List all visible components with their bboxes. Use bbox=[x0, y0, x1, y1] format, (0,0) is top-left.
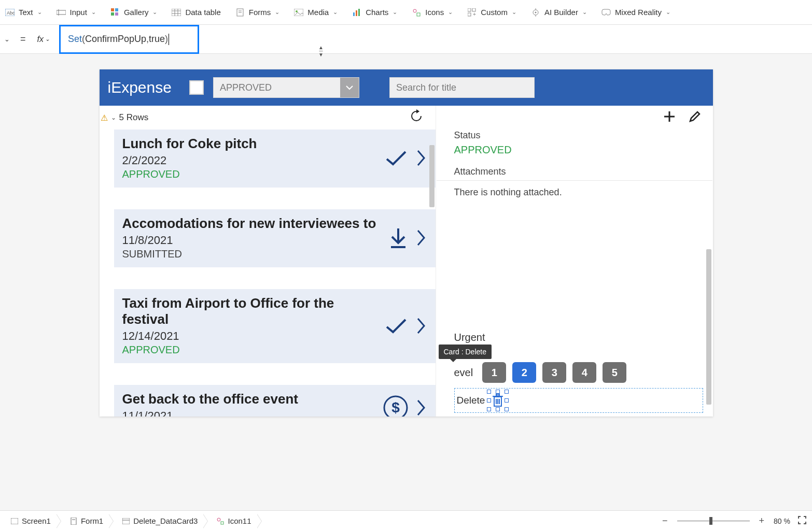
status-filter-dropdown[interactable]: APPROVED bbox=[213, 77, 359, 98]
refresh-icon[interactable] bbox=[410, 109, 423, 126]
check-icon[interactable] bbox=[384, 317, 409, 335]
chevron-down-icon[interactable] bbox=[340, 78, 359, 97]
delete-datacard[interactable]: Delete bbox=[454, 388, 703, 413]
ribbon-label: Text bbox=[19, 8, 33, 17]
scrollbar-thumb[interactable] bbox=[429, 145, 435, 207]
level-button-3[interactable]: 3 bbox=[542, 362, 566, 383]
level-button-2[interactable]: 2 bbox=[512, 362, 536, 383]
form-icon bbox=[69, 517, 78, 525]
breadcrumb-screen[interactable]: Screen1 bbox=[5, 514, 57, 528]
ribbon-gallery[interactable]: Gallery ⌄ bbox=[110, 8, 158, 17]
ribbon-label: Icons bbox=[425, 8, 444, 17]
level-row: Card : Delete evel 1 2 3 4 5 bbox=[454, 362, 705, 383]
ribbon-media[interactable]: Media ⌄ bbox=[294, 8, 338, 17]
fullscreen-icon[interactable] bbox=[797, 515, 807, 526]
card-date: 11/8/2021 bbox=[122, 234, 388, 247]
property-dropdown[interactable]: ⌄ bbox=[3, 33, 11, 45]
level-button-5[interactable]: 5 bbox=[603, 362, 626, 383]
ribbon-label: Media bbox=[307, 8, 329, 17]
crumb-label: Delete_DataCard3 bbox=[133, 516, 198, 525]
zoom-slider[interactable] bbox=[677, 520, 750, 522]
zoom-in-button[interactable]: + bbox=[757, 515, 767, 526]
detail-actions bbox=[436, 106, 713, 130]
svg-rect-43 bbox=[11, 518, 18, 524]
formula-arg2: true bbox=[149, 34, 165, 45]
dollar-icon[interactable]: $ bbox=[383, 395, 409, 417]
chevron-down-icon: ⌄ bbox=[512, 9, 516, 16]
chevron-right-icon[interactable] bbox=[416, 228, 426, 247]
gallery-icon bbox=[110, 8, 120, 17]
fx-label[interactable]: fx⌄ bbox=[35, 35, 52, 44]
ribbon-custom[interactable]: + Custom ⌄ bbox=[467, 8, 516, 17]
input-icon bbox=[57, 8, 66, 17]
list-gallery[interactable]: Lunch for Coke pitch 2/2/2022 APPROVED A… bbox=[100, 130, 436, 417]
chevron-down-icon: ⌄ bbox=[91, 9, 96, 16]
add-icon[interactable] bbox=[662, 109, 677, 126]
detail-form: Status APPROVED Attachments There is not… bbox=[436, 130, 713, 417]
text-icon: Abc bbox=[5, 8, 15, 17]
media-icon bbox=[294, 8, 303, 17]
svg-rect-46 bbox=[122, 518, 130, 524]
ribbon-label: Mixed Reality bbox=[615, 8, 662, 17]
chevron-right-icon[interactable] bbox=[416, 398, 426, 417]
card-status: APPROVED bbox=[122, 344, 384, 356]
scrollbar-thumb[interactable] bbox=[706, 249, 711, 405]
ribbon-label: Input bbox=[70, 8, 87, 17]
chevron-right-icon[interactable] bbox=[416, 149, 426, 167]
chevron-down-icon: ⌄ bbox=[152, 9, 157, 16]
ribbon-text[interactable]: Abc Text ⌄ bbox=[5, 8, 42, 17]
card-date: 2/2/2022 bbox=[122, 154, 384, 167]
level-button-4[interactable]: 4 bbox=[572, 362, 596, 383]
formula-bar: ⌄ = fx⌄ Set(ConfirmPopUp, true) ▲─▼ bbox=[0, 25, 812, 54]
ribbon-label: Data table bbox=[185, 8, 220, 17]
ribbon-forms[interactable]: Forms ⌄ bbox=[235, 8, 280, 17]
zoom-value: 80 % bbox=[774, 517, 790, 525]
ribbon-input[interactable]: Input ⌄ bbox=[57, 8, 96, 17]
ribbon-label: Custom bbox=[481, 8, 508, 17]
icons-icon bbox=[412, 8, 421, 17]
level-label: evel bbox=[454, 367, 473, 379]
ribbon-datatable[interactable]: Data table bbox=[172, 8, 220, 17]
formula-fn: Set bbox=[68, 34, 82, 45]
breadcrumb-icon[interactable]: Icon11 bbox=[211, 514, 257, 528]
row-count-bar: ⚠ ⌄ 5 Rows bbox=[100, 106, 436, 130]
custom-icon: + bbox=[467, 8, 477, 17]
ribbon-mixedreality[interactable]: Mixed Reality ⌄ bbox=[601, 8, 670, 17]
zoom-out-button[interactable]: − bbox=[660, 515, 670, 526]
list-item[interactable]: Taxi from Airport to Office for the fest… bbox=[114, 289, 436, 363]
formula-input[interactable]: Set(ConfirmPopUp, true) bbox=[59, 25, 199, 54]
breadcrumb-form[interactable]: Form1 bbox=[64, 514, 109, 528]
check-icon[interactable] bbox=[384, 149, 409, 167]
chevron-down-icon: ⌄ bbox=[666, 9, 670, 16]
ribbon-label: Charts bbox=[366, 8, 388, 17]
status-bar: Screen1 Form1 Delete_DataCard3 Icon11 − … bbox=[0, 510, 812, 531]
svg-rect-5 bbox=[115, 8, 118, 11]
mr-icon bbox=[601, 8, 611, 17]
warning-icon: ⚠ bbox=[101, 113, 108, 123]
forms-icon bbox=[235, 8, 245, 17]
card-status: SUBMITTED bbox=[122, 248, 388, 260]
ribbon-aibuilder[interactable]: AI Builder ⌄ bbox=[531, 8, 587, 17]
search-input[interactable]: Search for title bbox=[389, 77, 535, 98]
card-date: 11/1/2021 bbox=[122, 409, 383, 417]
card-title: Lunch for Coke pitch bbox=[122, 136, 384, 152]
filter-checkbox[interactable] bbox=[189, 80, 204, 95]
list-item[interactable]: Get back to the office event 11/1/2021 $ bbox=[114, 385, 436, 417]
ribbon-icons[interactable]: Icons ⌄ bbox=[412, 8, 453, 17]
breadcrumb-datacard[interactable]: Delete_DataCard3 bbox=[117, 514, 204, 528]
chevron-down-icon: ⌄ bbox=[37, 9, 42, 16]
list-item[interactable]: Accomodations for new interviewees to 11… bbox=[114, 209, 436, 267]
zoom-slider-thumb[interactable] bbox=[709, 517, 712, 525]
chevron-down-icon[interactable]: ⌄ bbox=[111, 114, 116, 121]
chevron-right-icon[interactable] bbox=[416, 317, 426, 335]
ribbon-label: AI Builder bbox=[544, 8, 578, 17]
ribbon-charts[interactable]: Charts ⌄ bbox=[352, 8, 397, 17]
tooltip: Card : Delete bbox=[439, 345, 492, 359]
download-icon[interactable] bbox=[388, 226, 409, 249]
filter-value: APPROVED bbox=[220, 82, 272, 93]
edit-icon[interactable] bbox=[688, 110, 702, 125]
formula-resize-handle[interactable]: ▲─▼ bbox=[318, 46, 324, 56]
level-button-1[interactable]: 1 bbox=[482, 362, 506, 383]
list-item[interactable]: Lunch for Coke pitch 2/2/2022 APPROVED bbox=[114, 130, 436, 188]
trash-icon[interactable] bbox=[489, 392, 507, 409]
